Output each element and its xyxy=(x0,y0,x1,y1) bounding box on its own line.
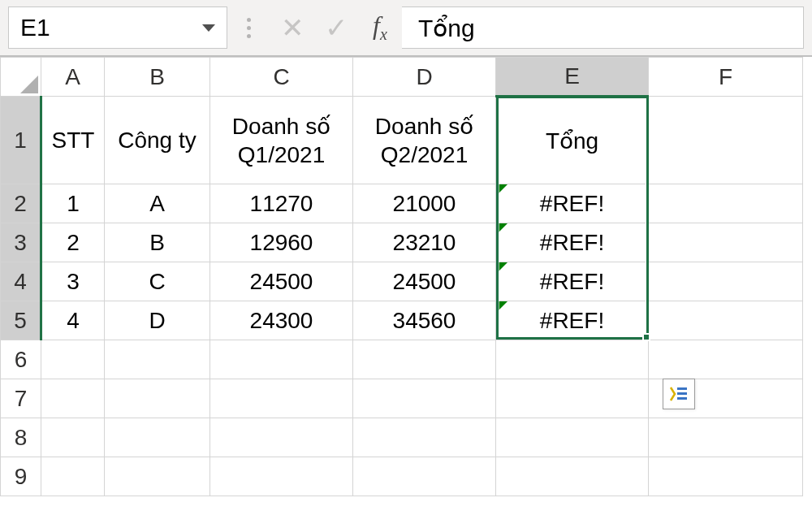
row-header-3[interactable]: 3 xyxy=(1,223,41,262)
cell-A1[interactable]: STT xyxy=(41,97,105,184)
cell-F9[interactable] xyxy=(649,457,803,496)
cell-E4[interactable]: #REF! xyxy=(496,262,649,301)
accept-button[interactable]: ✓ xyxy=(314,11,358,44)
cell-A6[interactable] xyxy=(41,340,105,379)
row-header-4[interactable]: 4 xyxy=(1,262,41,301)
cell-B9[interactable] xyxy=(105,457,210,496)
cell-E5-value: #REF! xyxy=(540,308,604,333)
cell-D4[interactable]: 24500 xyxy=(353,262,496,301)
cell-A7[interactable] xyxy=(41,379,105,418)
cell-B3[interactable]: B xyxy=(105,223,210,262)
cancel-button[interactable]: ✕ xyxy=(270,11,314,44)
cell-B2[interactable]: A xyxy=(105,184,210,223)
chevron-down-icon[interactable] xyxy=(202,24,215,32)
cell-F3[interactable] xyxy=(649,223,803,262)
cell-F2[interactable] xyxy=(649,184,803,223)
cell-E7[interactable] xyxy=(496,379,649,418)
cell-D2[interactable]: 21000 xyxy=(353,184,496,223)
autofill-options-button[interactable] xyxy=(663,379,695,409)
cell-E6[interactable] xyxy=(496,340,649,379)
cell-D1[interactable]: Doanh số Q2/2021 xyxy=(353,97,496,184)
row-header-1[interactable]: 1 xyxy=(1,97,41,184)
cell-C8[interactable] xyxy=(210,418,353,457)
fx-icon: fx xyxy=(373,11,387,44)
formula-bar: E1 ✕ ✓ fx Tổng xyxy=(0,0,812,57)
cell-D3[interactable]: 23210 xyxy=(353,223,496,262)
cell-C5[interactable]: 24300 xyxy=(210,301,353,340)
column-header-d[interactable]: D xyxy=(353,58,496,97)
cell-C2[interactable]: 11270 xyxy=(210,184,353,223)
cell-C7[interactable] xyxy=(210,379,353,418)
cell-B4[interactable]: C xyxy=(105,262,210,301)
cell-A2[interactable]: 1 xyxy=(41,184,105,223)
row-header-9[interactable]: 9 xyxy=(1,457,41,496)
autofill-options-icon xyxy=(669,385,689,403)
error-indicator-icon xyxy=(496,223,508,235)
error-indicator-icon xyxy=(496,301,508,313)
svg-rect-1 xyxy=(677,392,687,395)
cell-F1[interactable] xyxy=(649,97,803,184)
name-box[interactable]: E1 xyxy=(8,6,227,49)
cell-D6[interactable] xyxy=(353,340,496,379)
cell-A3[interactable]: 2 xyxy=(41,223,105,262)
column-header-f[interactable]: F xyxy=(649,58,803,97)
row-header-5[interactable]: 5 xyxy=(1,301,41,340)
cell-E9[interactable] xyxy=(496,457,649,496)
cell-A8[interactable] xyxy=(41,418,105,457)
cell-E4-value: #REF! xyxy=(540,269,604,294)
table-row: 4 3 C 24500 24500 #REF! xyxy=(1,262,803,301)
column-header-a[interactable]: A xyxy=(41,58,105,97)
cell-C4[interactable]: 24500 xyxy=(210,262,353,301)
cell-C6[interactable] xyxy=(210,340,353,379)
cell-A4[interactable]: 3 xyxy=(41,262,105,301)
cell-C3[interactable]: 12960 xyxy=(210,223,353,262)
formula-input[interactable]: Tổng xyxy=(402,6,804,49)
column-header-e[interactable]: E xyxy=(496,58,649,97)
svg-rect-2 xyxy=(677,397,687,400)
select-all-corner[interactable] xyxy=(1,58,41,97)
sheet-table: A B C D E F 1 STT Công ty Doanh số Q1/20… xyxy=(0,57,803,496)
cell-C1[interactable]: Doanh số Q1/2021 xyxy=(210,97,353,184)
cell-E2[interactable]: #REF! xyxy=(496,184,649,223)
cell-E3[interactable]: #REF! xyxy=(496,223,649,262)
splitter-handle[interactable] xyxy=(247,18,251,38)
row-header-2[interactable]: 2 xyxy=(1,184,41,223)
worksheet-grid[interactable]: A B C D E F 1 STT Công ty Doanh số Q1/20… xyxy=(0,57,812,496)
cell-D9[interactable] xyxy=(353,457,496,496)
cell-E2-value: #REF! xyxy=(540,191,604,216)
cell-B5[interactable]: D xyxy=(105,301,210,340)
column-header-b[interactable]: B xyxy=(105,58,210,97)
svg-rect-0 xyxy=(677,387,687,390)
cell-F4[interactable] xyxy=(649,262,803,301)
column-header-c[interactable]: C xyxy=(210,58,353,97)
insert-function-button[interactable]: fx xyxy=(358,11,402,44)
cell-F8[interactable] xyxy=(649,418,803,457)
cell-E5[interactable]: #REF! xyxy=(496,301,649,340)
cell-F5[interactable] xyxy=(649,301,803,340)
cell-D5[interactable]: 34560 xyxy=(353,301,496,340)
cell-B1[interactable]: Công ty xyxy=(105,97,210,184)
cell-E3-value: #REF! xyxy=(540,230,604,255)
cell-B6[interactable] xyxy=(105,340,210,379)
row-header-7[interactable]: 7 xyxy=(1,379,41,418)
error-indicator-icon xyxy=(496,184,508,196)
cell-D7[interactable] xyxy=(353,379,496,418)
cell-A5[interactable]: 4 xyxy=(41,301,105,340)
formula-text: Tổng xyxy=(418,14,475,42)
cell-B8[interactable] xyxy=(105,418,210,457)
row-header-8[interactable]: 8 xyxy=(1,418,41,457)
row-header-6[interactable]: 6 xyxy=(1,340,41,379)
table-row: 2 1 A 11270 21000 #REF! xyxy=(1,184,803,223)
cell-E8[interactable] xyxy=(496,418,649,457)
cell-F6[interactable] xyxy=(649,340,803,379)
cell-E1[interactable]: Tổng xyxy=(496,97,649,184)
cell-C9[interactable] xyxy=(210,457,353,496)
cell-A9[interactable] xyxy=(41,457,105,496)
cell-B7[interactable] xyxy=(105,379,210,418)
cell-D8[interactable] xyxy=(353,418,496,457)
table-row: 3 2 B 12960 23210 #REF! xyxy=(1,223,803,262)
table-row: 5 4 D 24300 34560 #REF! xyxy=(1,301,803,340)
error-indicator-icon xyxy=(496,262,508,274)
name-box-value: E1 xyxy=(20,14,202,41)
